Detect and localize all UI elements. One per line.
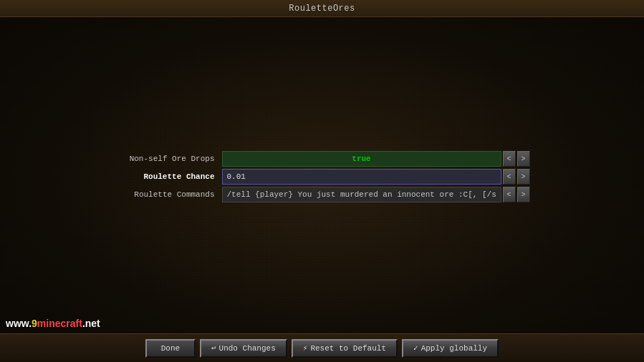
next-btn-roulette-chance[interactable]: > <box>517 169 530 185</box>
next-btn-roulette-commands[interactable]: > <box>517 187 530 202</box>
setting-row-roulette-commands: Roulette Commands < > <box>115 186 530 203</box>
input-container-non-self: < > <box>222 151 530 167</box>
watermark-nine: 9 <box>32 318 37 329</box>
title-bar: RouletteOres <box>0 0 644 17</box>
bottom-bar: Done Undo Changes Reset to Default Apply… <box>0 333 644 362</box>
apply-button[interactable]: Apply globally <box>402 339 499 358</box>
reset-icon <box>303 343 308 353</box>
watermark-net: .net <box>82 318 100 329</box>
input-non-self-ore-drops[interactable] <box>222 151 501 167</box>
undo-button[interactable]: Undo Changes <box>200 339 287 358</box>
watermark-minecraft: minecraft <box>37 318 82 329</box>
prev-btn-non-self[interactable]: < <box>503 151 516 167</box>
apply-icon <box>413 343 418 353</box>
label-roulette-commands: Roulette Commands <box>115 190 222 199</box>
undo-label: Undo Changes <box>219 344 276 353</box>
label-non-self-ore-drops: Non-self Ore Drops <box>115 155 222 163</box>
reset-button[interactable]: Reset to Default <box>292 339 398 358</box>
window-title: RouletteOres <box>289 4 355 14</box>
setting-row-non-self: Non-self Ore Drops < > <box>115 150 530 167</box>
watermark-www: www. <box>6 318 32 329</box>
input-container-roulette-commands: < > <box>222 187 530 202</box>
input-container-roulette-chance: < > <box>222 169 530 185</box>
settings-container: Non-self Ore Drops < > Roulette Chance <… <box>0 150 644 204</box>
label-roulette-chance: Roulette Chance <box>115 172 222 181</box>
next-btn-non-self[interactable]: > <box>517 151 530 167</box>
undo-icon <box>211 343 216 353</box>
watermark: www.9minecraft.net <box>6 318 100 331</box>
input-roulette-commands[interactable] <box>222 187 501 202</box>
done-button[interactable]: Done <box>145 339 196 358</box>
setting-row-roulette-chance: Roulette Chance < > <box>115 168 530 185</box>
prev-btn-roulette-chance[interactable]: < <box>503 169 516 185</box>
apply-label: Apply globally <box>421 344 487 353</box>
input-roulette-chance[interactable] <box>222 169 501 185</box>
prev-btn-roulette-commands[interactable]: < <box>503 187 516 202</box>
reset-label: Reset to Default <box>310 344 386 353</box>
